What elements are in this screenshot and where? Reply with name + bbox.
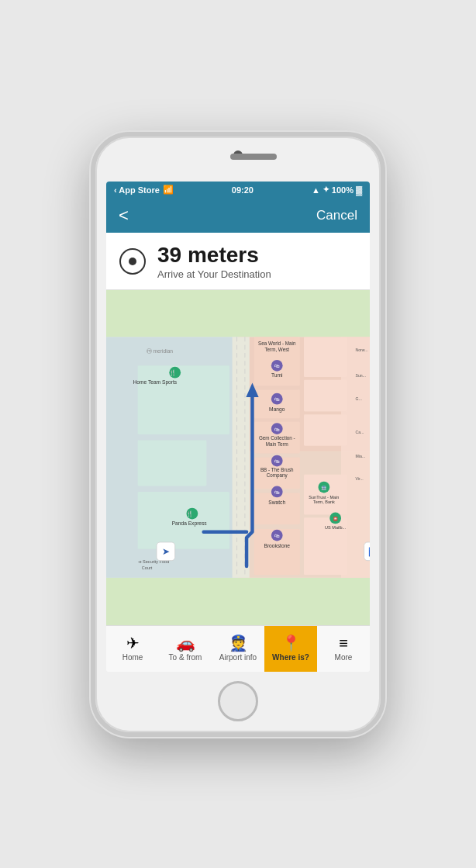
svg-text:🛍: 🛍	[274, 458, 280, 464]
svg-text:Tumi: Tumi	[271, 372, 283, 378]
more-icon: ≡	[339, 635, 348, 651]
svg-text:🍴: 🍴	[169, 369, 177, 376]
distance-label: 39 meters	[157, 244, 271, 268]
status-left: ‹ App Store 📶	[114, 185, 174, 195]
tab-where-is-label: Where is?	[272, 653, 309, 662]
svg-rect-21	[304, 414, 347, 446]
back-button[interactable]: <	[119, 206, 129, 226]
svg-text:Company: Company	[267, 473, 288, 479]
status-bar: ‹ App Store 📶 09:20 ▲ ✦ 100% ▓	[106, 182, 370, 199]
svg-text:🏦: 🏦	[321, 485, 327, 491]
tab-airport-info[interactable]: 👮 Airport info	[212, 626, 264, 672]
svg-text:Brookstone: Brookstone	[264, 544, 290, 549]
instruction-label: Arrive at Your Destination	[157, 268, 271, 280]
svg-text:Norw...: Norw...	[356, 348, 368, 352]
svg-text:🛍: 🛍	[274, 427, 280, 432]
svg-text:SunTrust - Main: SunTrust - Main	[309, 495, 339, 500]
svg-text:♿: ♿	[368, 547, 370, 557]
home-icon: ✈	[126, 635, 140, 651]
status-right: ▲ ✦ 100% ▓	[312, 185, 362, 195]
svg-text:🛍: 🛍	[274, 489, 280, 495]
svg-point-1	[129, 258, 136, 265]
direction-text: 39 meters Arrive at Your Destination	[157, 244, 271, 281]
wifi-icon: 📶	[163, 185, 174, 195]
tab-to-from-label: To & from	[169, 653, 202, 662]
phone-frame: ‹ App Store 📶 09:20 ▲ ✦ 100% ▓ < Cancel	[91, 132, 385, 737]
status-time: 09:20	[232, 185, 254, 195]
svg-text:🛍: 🛍	[274, 533, 280, 538]
svg-text:Gem Collection -: Gem Collection -	[259, 436, 295, 441]
nav-bar: < Cancel	[106, 199, 370, 233]
svg-text:BB - The Brush: BB - The Brush	[260, 467, 294, 472]
tab-home[interactable]: ✈ Home	[106, 626, 159, 672]
svg-text:Mango: Mango	[269, 407, 285, 413]
svg-text:🍴: 🍴	[186, 510, 194, 517]
bluetooth-icon: ✦	[323, 185, 329, 195]
svg-text:Sun...: Sun...	[356, 373, 366, 378]
svg-rect-19	[304, 337, 347, 378]
battery-icon: ▓	[356, 185, 362, 195]
tab-where-is[interactable]: 📍 Where is?	[264, 626, 317, 672]
tab-more-label: More	[335, 653, 353, 662]
svg-text:Vir...: Vir...	[356, 476, 364, 481]
svg-text:Swatch: Swatch	[268, 500, 285, 506]
location-icon: ▲	[312, 185, 320, 195]
svg-text:🛍: 🛍	[274, 364, 280, 369]
tab-airport-info-label: Airport info	[219, 653, 257, 662]
location-dot-icon	[119, 247, 147, 275]
tab-bar: ✈ Home 🚗 To & from 👮 Airport info 📍 Wher…	[106, 625, 370, 672]
where-is-icon: 📍	[281, 635, 301, 651]
svg-text:Mia...: Mia...	[356, 454, 366, 458]
svg-text:Term, Bank: Term, Bank	[313, 500, 335, 505]
svg-text:Main Term: Main Term	[266, 441, 288, 447]
svg-rect-8	[138, 441, 207, 486]
phone-container: ‹ App Store 📶 09:20 ▲ ✦ 100% ▓ < Cancel	[0, 0, 476, 868]
svg-text:Home Team Sports: Home Team Sports	[133, 379, 177, 386]
svg-text:Panda Express: Panda Express	[172, 520, 208, 527]
back-app-store: ‹ App Store	[114, 185, 160, 195]
home-button[interactable]	[218, 681, 258, 721]
svg-text:Term, West: Term, West	[264, 347, 289, 352]
direction-header: 39 meters Arrive at Your Destination	[106, 233, 370, 291]
svg-text:Court: Court	[142, 566, 153, 571]
screen: ‹ App Store 📶 09:20 ▲ ✦ 100% ▓ < Cancel	[106, 182, 370, 672]
battery-text: 100%	[332, 185, 354, 195]
cancel-button[interactable]: Cancel	[316, 208, 357, 223]
tab-home-label: Home	[122, 653, 143, 662]
speaker	[230, 154, 277, 160]
svg-rect-7	[138, 366, 229, 435]
svg-text:ⓜ meridian: ⓜ meridian	[147, 348, 174, 354]
airport-info-icon: 👮	[229, 635, 248, 651]
svg-text:Sea World - Main: Sea World - Main	[258, 341, 296, 346]
svg-rect-17	[254, 493, 300, 525]
svg-rect-20	[304, 380, 347, 412]
tab-more[interactable]: ≡ More	[317, 626, 370, 672]
svg-text:G...: G...	[356, 396, 362, 401]
svg-text:➤: ➤	[162, 546, 170, 557]
svg-text:📮: 📮	[333, 516, 339, 522]
svg-text:Ca...: Ca...	[356, 430, 364, 434]
tab-to-from[interactable]: 🚗 To & from	[159, 626, 212, 672]
svg-text:🛍: 🛍	[274, 396, 280, 402]
svg-text:US Mailb...: US Mailb...	[325, 525, 347, 530]
map-area[interactable]: ⓜ meridian 🍴 Home Team Sports 🍴 Panda Ex…	[106, 290, 370, 624]
to-from-icon: 🚗	[176, 635, 195, 651]
